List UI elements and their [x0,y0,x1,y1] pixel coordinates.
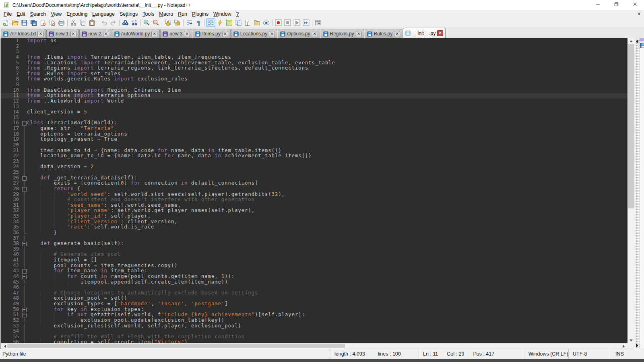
code-line-3[interactable]: 3 [1,49,627,55]
tab-new-1[interactable]: new 1✕ [46,29,78,38]
code-line-47[interactable]: 47 # Choose locations to automatically e… [1,290,627,296]
toolbar-button-document-list[interactable] [234,19,243,27]
code-line-56[interactable]: 56 completion = self.create_item("Victor… [1,339,627,343]
tab-rules-py[interactable]: Rules.py✕ [365,29,403,38]
code-line-34[interactable]: 34 'client_version': client_version, [1,219,627,225]
tab-new-2[interactable]: new 2✕ [79,29,111,38]
code-line-55[interactable]: 55 # Prefill the Wall of Flesh with the … [1,334,627,340]
horizontal-scrollbar[interactable] [1,343,627,349]
toolbar-button-print[interactable] [57,19,66,27]
code-line-1[interactable]: 1import os [1,38,627,44]
scroll-up-icon[interactable] [627,38,635,44]
tab-close-icon[interactable]: ✕ [184,31,190,37]
code-line-36[interactable]: 36 } [1,230,627,236]
code-line-35[interactable]: 35 'race': self.world.is_race [1,224,627,230]
menu-item-run[interactable]: Run [175,10,190,18]
toolbar-button-new-file[interactable] [1,19,10,27]
code-line-52[interactable]: 52 exclusion_pool.update(exclusion_table… [1,318,627,323]
code-line-16[interactable]: 16−class TerrariaWorld(World): [1,120,627,126]
code-line-12[interactable]: 12from ..AutoWorld import World [1,99,627,104]
menu-item-macro[interactable]: Macro [157,10,175,18]
code-line-53[interactable]: 53 exclusion_rules(self.world, self.play… [1,323,627,329]
toolbar-button-monitoring[interactable] [262,19,271,27]
tab-close-icon[interactable]: ✕ [312,31,318,37]
toolbar-button-zoom-in[interactable] [142,19,151,27]
vertical-scrollbar[interactable] [627,38,635,349]
menu-item-window[interactable]: Window [211,10,233,18]
toolbar-button-sync-vertical-scroll[interactable] [163,19,173,27]
code-line-42[interactable]: 42 pool_counts = item_frequencies.copy() [1,263,627,269]
tab-close-icon[interactable]: ✕ [269,31,275,37]
code-line-15[interactable]: 15 [1,115,627,121]
tab-close-icon[interactable]: ✕ [151,31,157,37]
code-line-23[interactable]: 23 [1,159,627,165]
code-line-54[interactable]: 54 [1,329,627,334]
tab-close-icon[interactable]: ✕ [356,31,362,37]
toolbar-button-sync-horizontal-scroll[interactable] [173,19,182,27]
toolbar-button-cut[interactable] [69,19,78,27]
toolbar-button-folder-as-workspace[interactable] [252,19,262,27]
code-line-18[interactable]: 18 options = terraria_options [1,132,627,137]
tab-close-icon[interactable]: ✕ [222,31,228,37]
toolbar-button-run-macro-multiple[interactable] [301,19,311,27]
code-line-32[interactable]: 32 'player_name': self.world.get_player_… [1,208,627,214]
code-line-4[interactable]: 4from .Items import TerrariaItem, item_t… [1,55,627,60]
menu-item-help[interactable]: ? [234,10,242,18]
collapse-left-icon[interactable] [636,39,638,43]
toolbar-button-show-indent-guide[interactable] [206,19,215,27]
code-line-45[interactable]: 45 itempool.append(self.create_item(item… [1,280,627,285]
code-line-7[interactable]: 7from .Rules import set_rules [1,71,627,77]
code-line-8[interactable]: 8from worlds.generic.Rules import exclus… [1,76,627,82]
fold-collapse-icon[interactable]: − [22,313,27,317]
tab-locations-py[interactable]: Locations.py✕ [231,29,277,38]
tab-init-py[interactable]: __init__.py✕ [403,28,446,38]
code-line-13[interactable]: 13 [1,104,627,110]
toolbar-button-save-macro[interactable] [314,19,323,27]
tab-close-icon[interactable]: ✕ [437,30,443,36]
scroll-left-icon[interactable] [1,343,7,349]
vertical-scroll-track[interactable] [627,44,635,337]
toolbar-button-document-map[interactable] [225,19,234,27]
code-line-48[interactable]: 48 exclusion_pool = set() [1,296,627,301]
toolbar-button-undo[interactable] [99,19,109,27]
code-line-17[interactable]: 17 game: str = "Terraria" [1,126,627,132]
code-line-2[interactable]: 2 [1,44,627,49]
tab-close-icon[interactable]: ✕ [37,31,43,37]
code-line-41[interactable]: 41 itempool = [] [1,257,627,263]
code-line-43[interactable]: 43− for item_name in item_table: [1,268,627,274]
fold-collapse-icon[interactable]: − [22,187,27,191]
horizontal-scroll-thumb[interactable] [7,344,345,348]
tab-options-py[interactable]: Options.py✕ [278,29,320,38]
toolbar-button-playback-macro[interactable] [292,19,301,27]
vertical-scroll-thumb[interactable] [628,44,634,208]
fold-collapse-icon[interactable]: − [22,269,27,274]
code-line-37[interactable]: 37 [1,236,627,241]
panel-splitter-rail[interactable] [635,38,640,349]
code-line-50[interactable]: 50− for key in exclusion_types: [1,307,627,313]
menu-item-file[interactable]: File [1,10,14,18]
toolbar-button-close-file[interactable] [38,19,47,27]
code-line-29[interactable]: 29 'world_seed': self.world.slot_seeds[s… [1,192,627,197]
toolbar-button-lightning[interactable] [215,19,225,27]
code-line-40[interactable]: 40 # Generate item pool [1,252,627,257]
code-viewport[interactable]: 1import os234from .Items import Terraria… [1,38,627,343]
menu-item-encoding[interactable]: Encoding [64,10,90,18]
tab-autoworld-py[interactable]: AutoWorld.py✕ [112,29,160,38]
minimize-button[interactable] [588,0,607,10]
toolbar-button-record-macro[interactable] [274,19,283,27]
menu-item-view[interactable]: View [48,10,64,18]
code-line-9[interactable]: 9 [1,82,627,88]
close-button[interactable] [625,0,644,10]
tab-items-py[interactable]: Items.py✕ [193,29,230,38]
fold-collapse-icon[interactable]: − [22,308,27,312]
code-line-14[interactable]: 14client_version = 5 [1,109,627,115]
code-line-44[interactable]: 44− for count in range(pool_counts.get(i… [1,274,627,280]
code-line-21[interactable]: 21 item_name_to_id = {name: data.code fo… [1,148,627,154]
code-line-6[interactable]: 6from .Regions import terraria_regions, … [1,66,627,71]
tab-close-icon[interactable]: ✕ [70,31,76,37]
code-line-20[interactable]: 20 [1,142,627,148]
toolbar-button-redo[interactable] [109,19,118,27]
code-line-51[interactable]: 51− if not getattr(self.world, f"include… [1,312,627,318]
close-document-button[interactable] [635,11,642,17]
menu-item-edit[interactable]: Edit [14,10,28,18]
